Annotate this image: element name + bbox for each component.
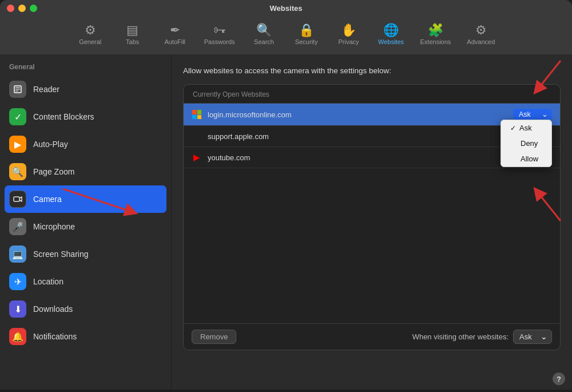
- privacy-icon: ✋: [341, 24, 356, 37]
- reader-icon: [9, 81, 26, 98]
- passwords-icon: 🗝: [213, 24, 226, 37]
- sidebar-item-page-zoom[interactable]: 🔍 Page Zoom: [0, 158, 171, 185]
- currently-open-label: Currently Open Websites: [184, 85, 560, 104]
- visiting-other-select[interactable]: Ask Deny Allow: [513, 330, 552, 344]
- camera-icon: [9, 191, 26, 208]
- sidebar-item-reader[interactable]: Reader: [0, 76, 171, 103]
- location-icon: ✈: [9, 273, 26, 290]
- security-label: Security: [295, 39, 318, 45]
- website-row[interactable]: login.microsoftonline.com Ask Deny Allow…: [184, 104, 560, 126]
- tab-privacy[interactable]: ✋ Privacy: [329, 21, 369, 49]
- screen-label: Screen Sharing: [33, 250, 89, 259]
- downloads-icon: ⬇: [9, 300, 26, 318]
- apple-favicon: [192, 131, 202, 141]
- site-ms-name: login.microsoftonline.com: [208, 110, 507, 119]
- sidebar-item-auto-play[interactable]: ▶ Auto-Play: [0, 130, 171, 158]
- general-label: General: [79, 39, 101, 45]
- privacy-label: Privacy: [338, 39, 359, 45]
- visiting-other-label: When visiting other websites:: [412, 332, 509, 341]
- remove-button[interactable]: Remove: [192, 330, 236, 344]
- deny-label: Deny: [521, 139, 538, 148]
- autoplay-label: Auto-Play: [33, 140, 68, 149]
- help-button[interactable]: ?: [553, 373, 565, 385]
- tab-tabs[interactable]: ▤ Tabs: [113, 21, 153, 49]
- general-icon: ⚙: [85, 24, 96, 37]
- visiting-other-select-wrap: Ask Deny Allow: [513, 330, 552, 344]
- close-button[interactable]: [7, 5, 14, 12]
- traffic-lights: [7, 5, 37, 12]
- tab-security[interactable]: 🔒 Security: [287, 21, 327, 49]
- main-content: General Reader ✓ Content Blockers ▶ Auto…: [0, 55, 572, 390]
- right-panel: Allow websites to access the camera with…: [172, 55, 572, 390]
- dropdown-option-deny[interactable]: Deny: [501, 136, 551, 151]
- blockers-icon: ✓: [9, 108, 26, 125]
- search-label: Search: [254, 39, 274, 45]
- dropdown-option-allow[interactable]: Allow: [501, 151, 551, 167]
- websites-label: Websites: [378, 39, 404, 45]
- autofill-label: AutoFill: [164, 39, 185, 45]
- tab-advanced[interactable]: ⚙ Advanced: [460, 21, 502, 49]
- ms-setting-select[interactable]: Ask Deny Allow: [513, 109, 552, 120]
- yt-favicon: ▶: [192, 152, 202, 163]
- notifs-icon: 🔔: [9, 328, 26, 345]
- extensions-label: Extensions: [420, 39, 451, 45]
- visiting-other-section: When visiting other websites: Ask Deny A…: [412, 330, 552, 344]
- passwords-label: Passwords: [204, 39, 235, 45]
- dropdown-popup: Ask Deny Allow: [500, 120, 552, 167]
- sidebar-item-location[interactable]: ✈ Location: [0, 268, 171, 295]
- mic-icon: 🎤: [9, 218, 26, 235]
- sidebar-item-microphone[interactable]: 🎤 Microphone: [0, 213, 171, 240]
- sidebar-section-label: General: [0, 63, 171, 76]
- sidebar-item-screen-sharing[interactable]: 💻 Screen Sharing: [0, 240, 171, 268]
- blockers-label: Content Blockers: [33, 112, 94, 121]
- websites-icon: 🌐: [383, 24, 399, 37]
- panel-description: Allow websites to access the camera with…: [183, 66, 561, 75]
- panel-box: Currently Open Websites login.microsofto…: [183, 84, 561, 350]
- notifs-label: Notifications: [33, 332, 77, 341]
- reader-label: Reader: [33, 85, 59, 94]
- downloads-label: Downloads: [33, 304, 73, 314]
- advanced-label: Advanced: [467, 39, 495, 45]
- autofill-icon: ✒: [170, 24, 180, 37]
- svg-rect-4: [14, 197, 19, 201]
- titlebar: Websites: [0, 0, 572, 16]
- window-title: Websites: [270, 4, 303, 13]
- ask-label: Ask: [519, 124, 532, 132]
- minimize-button[interactable]: [18, 5, 26, 12]
- sidebar: General Reader ✓ Content Blockers ▶ Auto…: [0, 55, 172, 390]
- location-label: Location: [33, 277, 63, 286]
- sidebar-item-camera[interactable]: Camera: [5, 185, 166, 213]
- tab-autofill[interactable]: ✒ AutoFill: [155, 21, 195, 49]
- mic-label: Microphone: [33, 222, 75, 231]
- autoplay-icon: ▶: [9, 136, 26, 153]
- ms-setting-wrap: Ask Deny Allow: [513, 109, 552, 120]
- pagezoom-label: Page Zoom: [33, 167, 74, 176]
- extensions-icon: 🧩: [428, 24, 443, 37]
- tab-websites[interactable]: 🌐 Websites: [371, 21, 411, 49]
- tab-extensions[interactable]: 🧩 Extensions: [414, 21, 458, 49]
- toolbar: ⚙ General ▤ Tabs ✒ AutoFill 🗝 Passwords …: [0, 16, 572, 55]
- allow-label: Allow: [521, 155, 538, 163]
- camera-label: Camera: [33, 195, 62, 204]
- maximize-button[interactable]: [30, 5, 37, 12]
- pagezoom-icon: 🔍: [9, 163, 26, 180]
- tabs-icon: ▤: [126, 24, 138, 37]
- dropdown-option-ask[interactable]: Ask: [501, 120, 551, 136]
- tab-search[interactable]: 🔍 Search: [244, 21, 284, 49]
- tabs-label: Tabs: [126, 39, 139, 45]
- sidebar-item-notifications[interactable]: 🔔 Notifications: [0, 323, 171, 350]
- screen-icon: 💻: [9, 246, 26, 263]
- tab-passwords[interactable]: 🗝 Passwords: [197, 21, 242, 49]
- sidebar-item-content-blockers[interactable]: ✓ Content Blockers: [0, 103, 171, 130]
- sidebar-item-downloads[interactable]: ⬇ Downloads: [0, 295, 171, 323]
- search-icon: 🔍: [256, 24, 272, 37]
- panel-bottom: Remove When visiting other websites: Ask…: [184, 323, 560, 350]
- ms-favicon: [192, 109, 202, 120]
- tab-general[interactable]: ⚙ General: [70, 21, 110, 49]
- security-icon: 🔒: [299, 24, 314, 37]
- advanced-icon: ⚙: [475, 24, 487, 37]
